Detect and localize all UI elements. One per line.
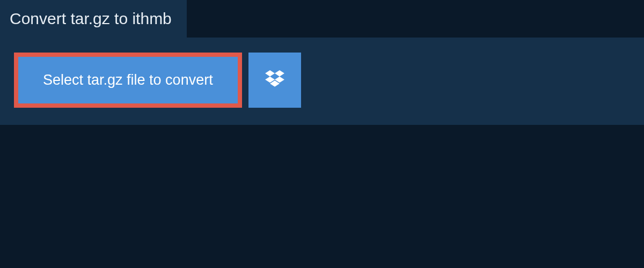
- page-title: Convert tar.gz to ithmb: [10, 10, 172, 28]
- header-tab: Convert tar.gz to ithmb: [0, 0, 187, 38]
- select-file-button[interactable]: Select tar.gz file to convert: [18, 57, 238, 103]
- content-panel: Select tar.gz file to convert: [0, 38, 644, 125]
- dropbox-button[interactable]: [248, 53, 301, 108]
- select-file-highlight: Select tar.gz file to convert: [14, 53, 242, 108]
- dropbox-icon: [265, 70, 284, 90]
- select-file-label: Select tar.gz file to convert: [43, 72, 213, 88]
- button-row: Select tar.gz file to convert: [14, 53, 630, 108]
